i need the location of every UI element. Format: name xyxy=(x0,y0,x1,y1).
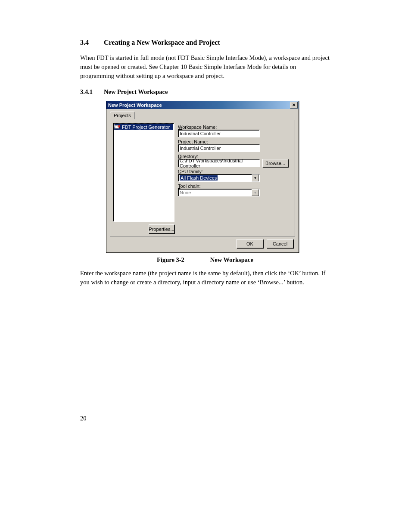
figure-caption: Figure 3-2New Workspace xyxy=(80,256,330,264)
chevron-down-icon: ▼ xyxy=(252,174,259,181)
section-paragraph: When FDT is started in full mode (not FD… xyxy=(80,53,330,81)
page-number: 20 xyxy=(80,415,87,422)
cpu-family-select[interactable]: All Flash Devices ▼ xyxy=(178,174,260,182)
properties-button[interactable]: Properties... xyxy=(149,224,174,233)
subsection-heading: 3.4.1New Project Workspace xyxy=(80,88,330,96)
list-item[interactable]: FDT Project Generator xyxy=(114,124,173,130)
tab-projects[interactable]: Projects xyxy=(110,112,135,119)
workspace-name-label: Workspace Name: xyxy=(178,124,292,130)
section-title: Creating a New Workspace and Project xyxy=(104,39,220,46)
list-item-label: FDT Project Generator xyxy=(122,124,170,130)
post-figure-paragraph: Enter the workspace name (the project na… xyxy=(80,269,330,287)
ok-button[interactable]: OK xyxy=(237,239,263,248)
subsection-title: New Project Workspace xyxy=(104,88,168,95)
generator-icon xyxy=(115,124,121,130)
project-name-label: Project Name: xyxy=(178,139,292,144)
project-name-input[interactable]: Industrial Controller xyxy=(178,144,260,152)
workspace-name-input[interactable]: Industrial Controller xyxy=(178,130,260,137)
section-heading: 3.4Creating a New Workspace and Project xyxy=(80,39,330,47)
close-icon[interactable]: ✕ xyxy=(290,102,298,109)
new-project-workspace-dialog: New Project Workspace ✕ Projects xyxy=(106,101,299,253)
cancel-button[interactable]: Cancel xyxy=(267,239,293,248)
directory-input[interactable]: C:\FDT Workspaces\Industrial Controller xyxy=(178,159,260,167)
section-number: 3.4 xyxy=(80,39,104,47)
subsection-number: 3.4.1 xyxy=(80,88,104,96)
figure-label: Figure 3-2 xyxy=(157,256,184,263)
cpu-family-label: CPU family: xyxy=(178,169,292,174)
dialog-title: New Project Workspace xyxy=(108,103,162,108)
dialog-titlebar[interactable]: New Project Workspace ✕ xyxy=(106,101,299,109)
browse-button[interactable]: Browse... xyxy=(262,159,288,167)
chevron-down-icon: ▼ xyxy=(252,189,259,196)
generator-listbox[interactable]: FDT Project Generator xyxy=(113,123,174,222)
tool-chain-select: None ▼ xyxy=(178,189,260,196)
figure-title: New Workspace xyxy=(210,256,253,263)
tool-chain-label: Tool chain: xyxy=(178,184,292,189)
